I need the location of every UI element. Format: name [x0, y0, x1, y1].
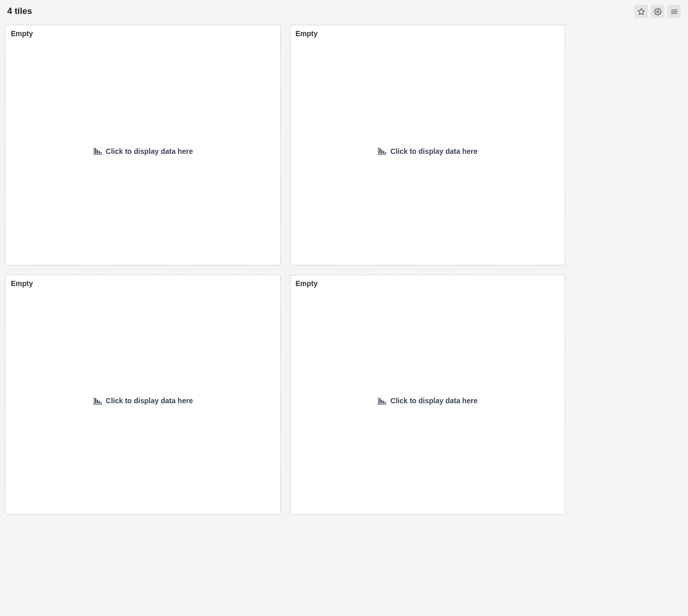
tile-1[interactable]: Empty Click to display data here: [5, 25, 281, 265]
svg-rect-16: [385, 152, 386, 153]
bar-chart-icon: [93, 146, 103, 156]
menu-button[interactable]: [667, 5, 681, 18]
svg-rect-22: [100, 402, 101, 403]
tile-placeholder-text: Click to display data here: [106, 147, 193, 155]
tile-grid: Empty Click to display data here Empty: [0, 22, 570, 520]
tile-label: Empty: [6, 275, 280, 288]
tile-3[interactable]: Empty Click to display data here: [5, 275, 281, 515]
header-actions: [634, 5, 681, 18]
svg-rect-12: [378, 154, 387, 155]
svg-rect-27: [383, 401, 384, 403]
svg-rect-26: [381, 400, 382, 403]
svg-rect-15: [383, 151, 384, 154]
tile-2[interactable]: Empty Click to display data here: [290, 25, 566, 265]
tile-placeholder: Click to display data here: [377, 146, 477, 156]
bar-chart-icon: [377, 396, 387, 406]
tile-body: Click to display data here: [291, 38, 565, 265]
svg-rect-19: [95, 398, 96, 403]
svg-rect-7: [95, 148, 96, 153]
svg-rect-5: [93, 148, 94, 155]
page-title: 4 tiles: [7, 6, 32, 17]
gear-icon: [654, 8, 662, 15]
tile-placeholder: Click to display data here: [93, 146, 193, 156]
page-header: 4 tiles: [0, 0, 688, 22]
bar-chart-icon: [377, 146, 387, 156]
svg-rect-8: [97, 150, 98, 153]
svg-rect-6: [93, 154, 102, 155]
tile-label: Empty: [291, 275, 565, 288]
svg-rect-18: [93, 404, 102, 404]
bar-chart-icon: [93, 396, 103, 406]
svg-rect-21: [99, 401, 100, 403]
svg-marker-0: [638, 8, 645, 14]
svg-rect-9: [99, 151, 100, 154]
tile-label: Empty: [291, 25, 565, 38]
svg-rect-13: [379, 148, 380, 153]
svg-rect-23: [378, 397, 379, 404]
tile-body: Click to display data here: [6, 38, 280, 265]
hamburger-menu-icon: [670, 8, 678, 15]
svg-rect-25: [379, 398, 380, 403]
tile-body: Click to display data here: [6, 288, 280, 515]
svg-rect-11: [378, 148, 379, 155]
tile-placeholder: Click to display data here: [93, 396, 193, 406]
svg-rect-20: [97, 400, 98, 403]
svg-point-1: [657, 10, 659, 12]
favorite-button[interactable]: [634, 5, 648, 18]
tile-4[interactable]: Empty Click to display data here: [290, 275, 566, 515]
tile-placeholder-text: Click to display data here: [106, 397, 193, 405]
svg-rect-17: [93, 397, 94, 404]
tile-placeholder: Click to display data here: [377, 396, 477, 406]
star-icon: [637, 8, 645, 15]
svg-rect-24: [378, 404, 387, 404]
settings-button[interactable]: [651, 5, 664, 18]
tile-placeholder-text: Click to display data here: [390, 147, 477, 155]
svg-rect-28: [385, 402, 386, 403]
tile-placeholder-text: Click to display data here: [390, 397, 477, 405]
svg-rect-10: [100, 152, 101, 153]
tile-body: Click to display data here: [291, 288, 565, 515]
tile-label: Empty: [6, 25, 280, 38]
svg-rect-14: [381, 150, 382, 153]
